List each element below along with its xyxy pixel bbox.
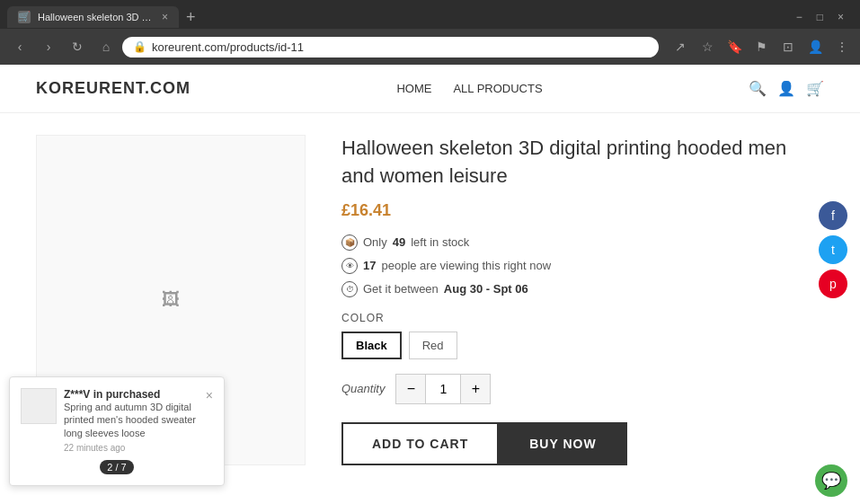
home-button[interactable]: ⌂ <box>93 34 119 59</box>
stock-info: 📦 Only 49 left in stock <box>341 234 824 251</box>
notification-header: Z***V in purchased Spring and autumn 3D … <box>21 388 213 453</box>
product-details: Halloween skeleton 3D digital printing h… <box>341 135 824 465</box>
color-black-button[interactable]: Black <box>341 332 402 359</box>
cast-icon[interactable]: ⊡ <box>777 36 799 57</box>
color-label: COLOR <box>341 312 824 324</box>
pinterest-button[interactable]: p <box>819 270 847 298</box>
viewers-text: people are viewing this right now <box>381 259 551 272</box>
notification-popup: Z***V in purchased Spring and autumn 3D … <box>9 376 225 486</box>
bookmark-star-icon[interactable]: ☆ <box>696 36 718 57</box>
user-icon[interactable]: 👤 <box>777 80 795 97</box>
address-text: koreurent.com/products/id-11 <box>152 40 304 54</box>
product-meta: 📦 Only 49 left in stock 👁 17 people are … <box>341 234 824 297</box>
new-tab-button[interactable]: + <box>179 8 203 27</box>
cart-icon[interactable]: 🛒 <box>806 80 824 97</box>
account-icon[interactable]: 👤 <box>804 36 826 57</box>
flag-icon[interactable]: ⚑ <box>750 36 772 57</box>
minimize-button[interactable]: − <box>791 11 808 23</box>
quantity-value: 1 <box>425 375 461 403</box>
add-to-cart-button[interactable]: ADD TO CART <box>341 422 499 465</box>
social-sidebar: f t p <box>819 201 847 298</box>
nav-links: HOME ALL PRODUCTS <box>396 82 542 95</box>
tab-title: Halloween skeleton 3D digital p <box>38 12 155 22</box>
stock-icon: 📦 <box>341 234 358 251</box>
notification-content: Z***V in purchased Spring and autumn 3D … <box>64 388 199 453</box>
product-title: Halloween skeleton 3D digital printing h… <box>341 135 824 190</box>
share-icon[interactable]: ↗ <box>669 36 691 57</box>
menu-icon[interactable]: ⋮ <box>831 36 853 57</box>
notification-user: Z***V in purchased <box>64 388 199 401</box>
tab-close-button[interactable]: × <box>162 11 168 23</box>
delivery-info: ⏱ Get it between Aug 30 - Spt 06 <box>341 281 824 297</box>
notification-pagination: 2 / 7 <box>100 460 133 474</box>
color-red-button[interactable]: Red <box>409 332 457 359</box>
quantity-decrease-button[interactable]: − <box>396 375 425 403</box>
stock-count: 49 <box>393 235 405 249</box>
stock-text: left in stock <box>411 235 469 249</box>
browser-tab[interactable]: 🛒 Halloween skeleton 3D digital p × <box>7 6 179 28</box>
bookmark-icon[interactable]: 🔖 <box>723 36 745 57</box>
twitter-button[interactable]: t <box>819 235 847 264</box>
chat-button[interactable]: 💬 <box>815 464 847 497</box>
search-icon[interactable]: 🔍 <box>749 80 767 97</box>
clock-icon: ⏱ <box>341 281 358 297</box>
product-price: £16.41 <box>341 201 824 220</box>
tab-favicon: 🛒 <box>18 11 31 23</box>
facebook-button[interactable]: f <box>819 201 847 230</box>
viewers-count: 17 <box>363 259 376 272</box>
broken-image-icon: 🖼 <box>162 289 180 310</box>
stock-prefix: Only <box>363 235 387 249</box>
back-button[interactable]: ‹ <box>7 34 32 59</box>
eye-icon: 👁 <box>341 258 358 274</box>
forward-button[interactable]: › <box>36 34 61 59</box>
nav-all-products[interactable]: ALL PRODUCTS <box>453 82 542 95</box>
lock-icon: 🔒 <box>133 40 146 53</box>
delivery-prefix: Get it between <box>363 282 439 296</box>
quantity-label: Quantity <box>341 382 385 395</box>
quantity-controls: − 1 + <box>395 374 491 404</box>
reload-button[interactable]: ↻ <box>65 34 90 59</box>
site-logo: KOREURENT.COM <box>36 79 191 98</box>
viewers-info: 👁 17 people are viewing this right now <box>341 258 824 274</box>
notification-time: 22 minutes ago <box>64 443 199 453</box>
nav-icons: 🔍 👤 🛒 <box>749 80 824 97</box>
address-bar[interactable]: 🔒 koreurent.com/products/id-11 <box>122 37 659 57</box>
delivery-dates: Aug 30 - Spt 06 <box>444 282 528 296</box>
navbar: KOREURENT.COM HOME ALL PRODUCTS 🔍 👤 🛒 <box>0 65 860 113</box>
buy-now-button[interactable]: BUY NOW <box>499 422 626 465</box>
quantity-increase-button[interactable]: + <box>461 375 490 403</box>
close-button[interactable]: × <box>832 11 849 23</box>
notification-product-image <box>21 388 57 424</box>
quantity-section: Quantity − 1 + <box>341 374 824 404</box>
color-section: COLOR Black Red <box>341 312 824 359</box>
nav-home[interactable]: HOME <box>396 82 431 95</box>
maximize-button[interactable]: □ <box>811 11 829 23</box>
notification-product-name: Spring and autumn 3D digital printed men… <box>64 401 199 439</box>
action-buttons: ADD TO CART BUY NOW <box>341 422 824 465</box>
color-options: Black Red <box>341 332 824 359</box>
notification-close-button[interactable]: × <box>206 388 213 402</box>
